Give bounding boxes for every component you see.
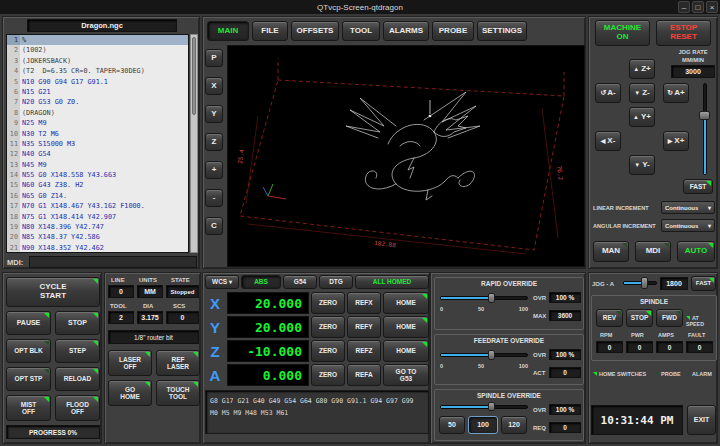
gcode-line[interactable]: 19N80 X148.396 Y42.747 [7, 222, 188, 232]
gcode-scrollbar[interactable] [190, 34, 198, 253]
gcode-line[interactable]: 1% [7, 35, 188, 45]
zero-a-button[interactable]: ZERO [311, 364, 345, 386]
zoom-in-button[interactable]: + [205, 161, 223, 179]
flood-button[interactable]: FLOOD OFF [55, 395, 100, 421]
home-y-button[interactable]: HOME [383, 316, 429, 338]
gcode-scrollbar-thumb[interactable] [192, 37, 196, 115]
jog-a-slider[interactable] [623, 277, 657, 289]
zero-z-button[interactable]: ZERO [311, 340, 345, 362]
gcode-line[interactable]: 12N40 G54 [7, 149, 188, 159]
linear-increment-select[interactable]: Continuous ▾ [661, 201, 715, 214]
ref-y-button[interactable]: REFY [347, 316, 381, 338]
view-x-button[interactable]: X [205, 77, 223, 95]
gcode-line[interactable]: 14N55 G0 X148.558 Y43.663 [7, 170, 188, 180]
jog-x-plus-button[interactable]: ▶X+ [663, 131, 689, 151]
spindle-ovr-120-button[interactable]: 120 [501, 416, 527, 434]
exit-button[interactable]: EXIT [687, 405, 716, 435]
estop-reset-button[interactable]: ESTOP RESET [656, 20, 711, 46]
gcode-line[interactable]: 7N20 G53 G0 Z0. [7, 97, 188, 107]
wcs-select[interactable]: WCS ▾ [205, 275, 239, 289]
go-home-button[interactable]: GO HOME [108, 380, 152, 406]
spindle-fwd-button[interactable]: FWD [656, 309, 683, 327]
tab-tool[interactable]: TOOL [342, 21, 380, 41]
mdi-input[interactable] [29, 256, 197, 268]
ref-a-button[interactable]: REFA [347, 364, 381, 386]
machine-on-button[interactable]: MACHINE ON [595, 20, 650, 46]
gcode-line[interactable]: 2(1002) [7, 45, 188, 55]
view-p-button[interactable]: P [205, 49, 223, 67]
jog-x-minus-button[interactable]: ◀X- [595, 131, 621, 151]
jog-y-minus-button[interactable]: ▼Y- [629, 155, 655, 175]
gcode-line[interactable]: 17N70 G1 X148.467 Y43.162 F1000. [7, 201, 188, 211]
cycle-start-button[interactable]: CYCLE START [6, 277, 100, 307]
maximize-button[interactable]: □ [692, 1, 704, 13]
gcode-line[interactable]: 18N75 G1 X148.414 Y42.907 [7, 212, 188, 222]
gremlin-preview[interactable]: 25.4 182.88 76.2 [227, 45, 585, 267]
home-x-button[interactable]: HOME [383, 292, 429, 314]
zero-y-button[interactable]: ZERO [311, 316, 345, 338]
tab-alarms[interactable]: ALARMS [383, 21, 429, 41]
tab-settings[interactable]: SETTINGS [477, 21, 527, 41]
dtg-button[interactable]: DTG [319, 275, 353, 289]
step-button[interactable]: STEP [55, 339, 100, 363]
gcode-line[interactable]: 9N25 M9 [7, 118, 188, 128]
gcode-line[interactable]: 4(T2 D=6.35 CR=0. TAPER=30DEG) [7, 66, 188, 76]
zoom-out-button[interactable]: - [205, 189, 223, 207]
home-z-button[interactable]: HOME [383, 340, 429, 362]
mist-button[interactable]: MIST OFF [6, 395, 51, 421]
opt-blk-button[interactable]: OPT BLK [6, 339, 51, 363]
spindle-stop-button[interactable]: STOP [626, 309, 653, 327]
tab-main[interactable]: MAIN [207, 21, 249, 41]
angular-increment-select[interactable]: Continuous ▾ [661, 219, 715, 232]
spindle-rev-button[interactable]: REV [596, 309, 623, 327]
jog-fast-button[interactable]: FAST [683, 179, 713, 194]
close-button[interactable]: × [706, 1, 718, 13]
gcode-line[interactable]: 10N30 T2 M6 [7, 129, 188, 139]
reload-button[interactable]: RELOAD [55, 367, 100, 391]
gcode-line[interactable]: 5N10 G90 G94 G17 G91.1 [7, 77, 188, 87]
gcode-line[interactable]: 21N90 X148.352 Y42.462 [7, 243, 188, 253]
touch-tool-button[interactable]: TOUCH TOOL [156, 380, 200, 406]
tab-probe[interactable]: PROBE [432, 21, 474, 41]
gcode-line[interactable]: 20N85 X148.37 Y42.586 [7, 232, 188, 242]
preview-canvas[interactable]: 25.4 182.88 76.2 [228, 46, 584, 266]
mode-mdi-button[interactable]: MDI [635, 241, 671, 262]
gcode-line[interactable]: 15N60 G43 Z38. H2 [7, 180, 188, 190]
spindle-ovr-50-button[interactable]: 50 [439, 416, 465, 434]
gcode-line[interactable]: 6N15 G21 [7, 87, 188, 97]
tab-offsets[interactable]: OFFSETS [291, 21, 339, 41]
view-y-button[interactable]: Y [205, 105, 223, 123]
jog-rate-slider[interactable] [699, 83, 710, 175]
view-z-button[interactable]: Z [205, 133, 223, 151]
spindle-override-slider[interactable] [440, 402, 528, 411]
ref-laser-button[interactable]: REF LASER [156, 350, 200, 376]
zero-x-button[interactable]: ZERO [311, 292, 345, 314]
jog-y-plus-button[interactable]: ▲Y+ [629, 107, 655, 127]
ref-x-button[interactable]: REFX [347, 292, 381, 314]
jog-z-minus-button[interactable]: ▼Z- [629, 83, 655, 103]
feed-override-slider[interactable] [440, 350, 528, 360]
jog-a-fast-button[interactable]: FAST [691, 276, 716, 291]
go-to-g53-button[interactable]: GO TO G53 [383, 364, 429, 386]
rapid-override-slider[interactable] [440, 293, 528, 303]
opt-stp-button[interactable]: OPT STP [6, 367, 51, 391]
ref-z-button[interactable]: REFZ [347, 340, 381, 362]
pause-button[interactable]: PAUSE [6, 311, 51, 335]
abs-button[interactable]: ABS [241, 275, 281, 289]
view-clear-button[interactable]: C [205, 217, 223, 235]
gcode-line[interactable]: 11N35 S15000 M3 [7, 139, 188, 149]
gcode-line[interactable]: 8(DRAGON) [7, 108, 188, 118]
jog-z-plus-button[interactable]: ▲Z+ [629, 59, 655, 79]
g54-button[interactable]: G54 [283, 275, 317, 289]
laser-button[interactable]: LASER OFF [108, 350, 152, 376]
mode-auto-button[interactable]: AUTO [677, 241, 715, 262]
spindle-ovr-100-button[interactable]: 100 [468, 416, 498, 434]
mode-man-button[interactable]: MAN [593, 241, 629, 262]
jog-a-minus-button[interactable]: ↺A- [595, 83, 621, 103]
tab-file[interactable]: FILE [252, 21, 288, 41]
gcode-line[interactable]: 13N45 M9 [7, 160, 188, 170]
gcode-line[interactable]: 3(JOKERSBACK) [7, 56, 188, 66]
gcode-line[interactable]: 16N65 G0 Z14. [7, 191, 188, 201]
jog-a-plus-button[interactable]: ↻A+ [663, 83, 689, 103]
minimize-button[interactable]: – [678, 1, 690, 13]
